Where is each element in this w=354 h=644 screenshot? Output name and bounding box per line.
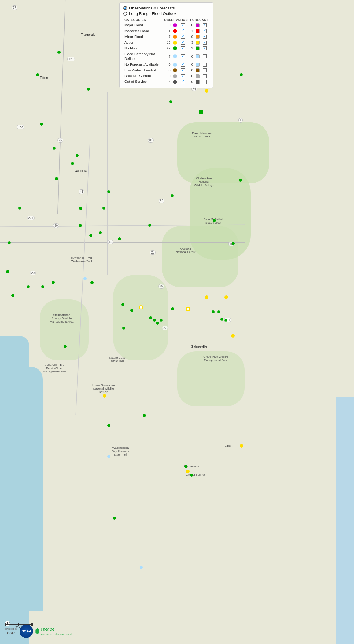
map-dot-yellow[interactable] bbox=[186, 470, 190, 473]
map-dot[interactable] bbox=[190, 474, 193, 477]
map-dot-blue[interactable] bbox=[107, 455, 110, 458]
legend-obs-swatch bbox=[172, 22, 180, 28]
esri-text: esri bbox=[7, 630, 15, 635]
map-dot[interactable] bbox=[205, 89, 208, 93]
legend-obs-checkbox[interactable] bbox=[180, 51, 189, 62]
legend-obs-checkbox[interactable] bbox=[180, 46, 189, 51]
map-dot[interactable] bbox=[102, 207, 105, 210]
map-dot[interactable] bbox=[171, 194, 174, 197]
map-dot[interactable] bbox=[71, 162, 74, 165]
usgs-subtitle: science for a changing world bbox=[40, 633, 71, 635]
map-dot-yellow[interactable] bbox=[231, 334, 235, 338]
legend-obs-checkbox[interactable] bbox=[180, 73, 189, 79]
legend-forecast-checkbox[interactable] bbox=[201, 46, 209, 51]
map-dot[interactable] bbox=[217, 310, 220, 313]
road-25: 25 bbox=[150, 250, 156, 255]
map-dot-outlined-square[interactable] bbox=[186, 307, 190, 311]
legend-obs-checkbox[interactable] bbox=[180, 22, 189, 28]
map-dot[interactable] bbox=[55, 177, 58, 180]
map-dot[interactable] bbox=[121, 303, 124, 306]
map-dot[interactable] bbox=[213, 219, 216, 222]
legend-obs-checkbox[interactable] bbox=[180, 79, 189, 85]
legend-forecast-count: 0 bbox=[189, 22, 194, 28]
map-dot[interactable] bbox=[113, 517, 116, 520]
legend-category-label: Low Water Threshold bbox=[123, 68, 163, 73]
map-dot[interactable] bbox=[240, 73, 243, 76]
map-dot[interactable] bbox=[40, 123, 43, 126]
legend-forecast-checkbox[interactable] bbox=[201, 62, 209, 68]
map-dot-square[interactable] bbox=[199, 110, 203, 114]
map-dot[interactable] bbox=[224, 319, 227, 322]
place-okefenokee: OkefenokeeNationalWildlife Refuge bbox=[194, 177, 214, 187]
legend-forecast-swatch bbox=[194, 51, 202, 62]
map-dot-yellow[interactable] bbox=[224, 295, 228, 299]
radio-longrange-icon[interactable] bbox=[123, 12, 127, 16]
map-dot[interactable] bbox=[153, 319, 156, 322]
map-dot-yellow[interactable] bbox=[240, 444, 243, 448]
map-dot[interactable] bbox=[122, 327, 125, 330]
legend-forecast-swatch bbox=[194, 79, 202, 85]
legend-forecast-checkbox[interactable] bbox=[201, 28, 209, 34]
map-dot[interactable] bbox=[79, 207, 82, 210]
scale-bar: 20 mi bbox=[5, 623, 33, 629]
map-dot[interactable] bbox=[89, 234, 92, 237]
map-dot[interactable] bbox=[148, 224, 151, 227]
legend-forecast-count: 0 bbox=[189, 51, 194, 62]
legend-forecast-checkbox[interactable] bbox=[201, 40, 209, 46]
map-dot[interactable] bbox=[11, 294, 14, 297]
map-dot[interactable] bbox=[53, 147, 56, 150]
legend-forecast-checkbox[interactable] bbox=[201, 34, 209, 40]
legend-radio-obs[interactable]: Observations & Forecasts bbox=[123, 6, 209, 10]
legend-obs-checkbox[interactable] bbox=[180, 28, 189, 34]
map-dot[interactable] bbox=[107, 190, 110, 193]
map-dot[interactable] bbox=[156, 322, 159, 325]
map-dot[interactable] bbox=[52, 281, 55, 284]
map-dot[interactable] bbox=[212, 310, 215, 313]
map-dot[interactable] bbox=[41, 285, 44, 288]
legend-radio-long-range[interactable]: Long Range Flood Outlook bbox=[123, 11, 209, 16]
map-dot[interactable] bbox=[232, 242, 235, 245]
map-dot[interactable] bbox=[107, 424, 110, 427]
usgs-icon bbox=[35, 628, 39, 634]
map-dot[interactable] bbox=[184, 465, 187, 468]
radio-obs-icon[interactable] bbox=[123, 6, 127, 10]
map-dot[interactable] bbox=[36, 73, 39, 76]
map-dot[interactable] bbox=[160, 319, 163, 322]
map-dot[interactable] bbox=[169, 100, 172, 103]
map-dot[interactable] bbox=[8, 241, 11, 244]
map-dot[interactable] bbox=[90, 281, 94, 284]
map-dot[interactable] bbox=[171, 307, 174, 310]
map-dot[interactable] bbox=[143, 414, 146, 417]
legend-obs-checkbox[interactable] bbox=[180, 40, 189, 46]
legend-obs-checkbox[interactable] bbox=[180, 34, 189, 40]
map-dot[interactable] bbox=[87, 88, 90, 91]
legend-obs-swatch bbox=[172, 51, 180, 62]
map-dot[interactable] bbox=[79, 224, 82, 227]
legend-category-label: Major Flood bbox=[123, 22, 163, 28]
map-dot[interactable] bbox=[99, 231, 102, 234]
map-dot[interactable] bbox=[220, 318, 223, 321]
map-dot[interactable] bbox=[64, 345, 67, 348]
legend-forecast-checkbox[interactable] bbox=[201, 51, 209, 62]
map-dot[interactable] bbox=[6, 270, 9, 273]
map-dot-yellow[interactable] bbox=[205, 295, 208, 299]
map-dot-outlined-yellow[interactable] bbox=[139, 305, 143, 309]
map-dot[interactable] bbox=[149, 316, 152, 319]
map-dot[interactable] bbox=[27, 285, 30, 288]
map-dot[interactable] bbox=[76, 154, 79, 157]
map-dot-blue[interactable] bbox=[83, 277, 87, 280]
map-dot[interactable] bbox=[18, 207, 21, 210]
map-dot[interactable] bbox=[130, 309, 133, 312]
map-dot[interactable] bbox=[239, 179, 242, 182]
legend-obs-checkbox[interactable] bbox=[180, 68, 189, 73]
map-dot-yellow[interactable] bbox=[103, 394, 106, 398]
legend-obs-count: 0 bbox=[163, 22, 172, 28]
legend-forecast-checkbox[interactable] bbox=[201, 79, 209, 85]
legend-forecast-checkbox[interactable] bbox=[201, 68, 209, 73]
map-dot[interactable] bbox=[118, 237, 121, 240]
legend-forecast-checkbox[interactable] bbox=[201, 73, 209, 79]
map-dot-blue[interactable] bbox=[140, 566, 143, 569]
legend-obs-checkbox[interactable] bbox=[180, 62, 189, 68]
legend-forecast-checkbox[interactable] bbox=[201, 22, 209, 28]
map-dot[interactable] bbox=[57, 51, 61, 54]
